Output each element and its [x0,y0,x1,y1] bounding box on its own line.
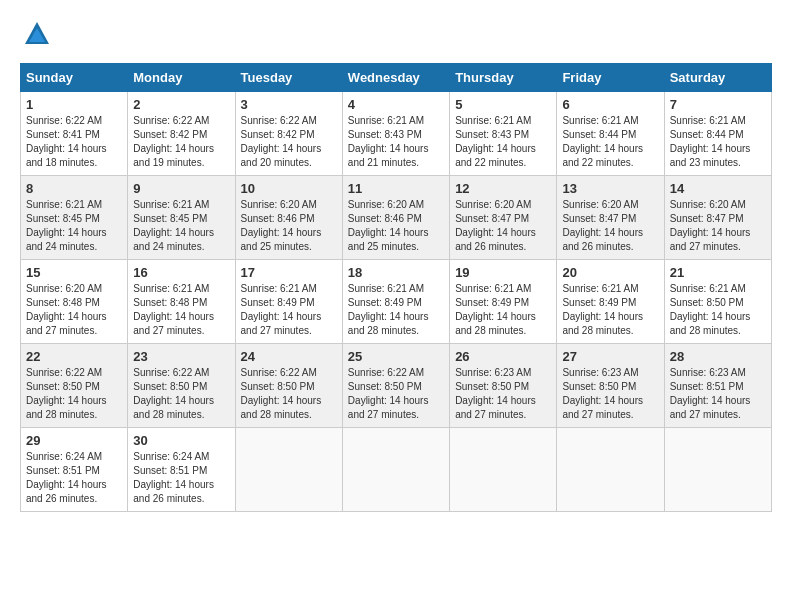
day-info: Sunrise: 6:22 AM Sunset: 8:50 PM Dayligh… [133,366,229,422]
day-info: Sunrise: 6:24 AM Sunset: 8:51 PM Dayligh… [26,450,122,506]
day-header-sunday: Sunday [21,64,128,92]
calendar-day-cell: 26Sunrise: 6:23 AM Sunset: 8:50 PM Dayli… [450,344,557,428]
calendar-day-cell: 14Sunrise: 6:20 AM Sunset: 8:47 PM Dayli… [664,176,771,260]
calendar-week-row: 1Sunrise: 6:22 AM Sunset: 8:41 PM Daylig… [21,92,772,176]
day-info: Sunrise: 6:21 AM Sunset: 8:44 PM Dayligh… [562,114,658,170]
day-header-wednesday: Wednesday [342,64,449,92]
day-header-friday: Friday [557,64,664,92]
day-number: 20 [562,265,658,280]
day-info: Sunrise: 6:22 AM Sunset: 8:50 PM Dayligh… [348,366,444,422]
calendar-day-cell: 18Sunrise: 6:21 AM Sunset: 8:49 PM Dayli… [342,260,449,344]
day-number: 10 [241,181,337,196]
day-number: 6 [562,97,658,112]
calendar-day-cell: 24Sunrise: 6:22 AM Sunset: 8:50 PM Dayli… [235,344,342,428]
calendar-day-cell: 3Sunrise: 6:22 AM Sunset: 8:42 PM Daylig… [235,92,342,176]
day-number: 4 [348,97,444,112]
calendar-day-cell: 9Sunrise: 6:21 AM Sunset: 8:45 PM Daylig… [128,176,235,260]
day-number: 26 [455,349,551,364]
calendar-day-cell: 15Sunrise: 6:20 AM Sunset: 8:48 PM Dayli… [21,260,128,344]
day-number: 7 [670,97,766,112]
day-number: 22 [26,349,122,364]
day-info: Sunrise: 6:22 AM Sunset: 8:50 PM Dayligh… [241,366,337,422]
day-info: Sunrise: 6:22 AM Sunset: 8:50 PM Dayligh… [26,366,122,422]
calendar-day-cell: 25Sunrise: 6:22 AM Sunset: 8:50 PM Dayli… [342,344,449,428]
calendar-day-cell: 20Sunrise: 6:21 AM Sunset: 8:49 PM Dayli… [557,260,664,344]
day-info: Sunrise: 6:21 AM Sunset: 8:49 PM Dayligh… [562,282,658,338]
calendar-day-cell: 12Sunrise: 6:20 AM Sunset: 8:47 PM Dayli… [450,176,557,260]
day-number: 29 [26,433,122,448]
empty-cell [342,428,449,512]
day-info: Sunrise: 6:22 AM Sunset: 8:42 PM Dayligh… [133,114,229,170]
calendar-day-cell: 4Sunrise: 6:21 AM Sunset: 8:43 PM Daylig… [342,92,449,176]
day-info: Sunrise: 6:21 AM Sunset: 8:49 PM Dayligh… [241,282,337,338]
day-header-saturday: Saturday [664,64,771,92]
day-number: 18 [348,265,444,280]
day-number: 12 [455,181,551,196]
day-number: 11 [348,181,444,196]
calendar-day-cell: 21Sunrise: 6:21 AM Sunset: 8:50 PM Dayli… [664,260,771,344]
day-info: Sunrise: 6:23 AM Sunset: 8:50 PM Dayligh… [455,366,551,422]
calendar-day-cell: 19Sunrise: 6:21 AM Sunset: 8:49 PM Dayli… [450,260,557,344]
day-number: 25 [348,349,444,364]
calendar-day-cell: 1Sunrise: 6:22 AM Sunset: 8:41 PM Daylig… [21,92,128,176]
day-info: Sunrise: 6:20 AM Sunset: 8:47 PM Dayligh… [455,198,551,254]
day-number: 17 [241,265,337,280]
day-info: Sunrise: 6:21 AM Sunset: 8:48 PM Dayligh… [133,282,229,338]
day-header-thursday: Thursday [450,64,557,92]
calendar-table: SundayMondayTuesdayWednesdayThursdayFrid… [20,63,772,512]
day-number: 27 [562,349,658,364]
day-header-tuesday: Tuesday [235,64,342,92]
calendar-week-row: 22Sunrise: 6:22 AM Sunset: 8:50 PM Dayli… [21,344,772,428]
day-info: Sunrise: 6:23 AM Sunset: 8:50 PM Dayligh… [562,366,658,422]
calendar-day-cell: 29Sunrise: 6:24 AM Sunset: 8:51 PM Dayli… [21,428,128,512]
day-info: Sunrise: 6:20 AM Sunset: 8:48 PM Dayligh… [26,282,122,338]
day-number: 15 [26,265,122,280]
logo-icon [23,20,51,48]
calendar-day-cell: 13Sunrise: 6:20 AM Sunset: 8:47 PM Dayli… [557,176,664,260]
empty-cell [450,428,557,512]
calendar-week-row: 8Sunrise: 6:21 AM Sunset: 8:45 PM Daylig… [21,176,772,260]
day-number: 24 [241,349,337,364]
day-info: Sunrise: 6:24 AM Sunset: 8:51 PM Dayligh… [133,450,229,506]
day-info: Sunrise: 6:23 AM Sunset: 8:51 PM Dayligh… [670,366,766,422]
day-info: Sunrise: 6:21 AM Sunset: 8:43 PM Dayligh… [348,114,444,170]
day-header-monday: Monday [128,64,235,92]
day-info: Sunrise: 6:20 AM Sunset: 8:47 PM Dayligh… [562,198,658,254]
calendar-day-cell: 23Sunrise: 6:22 AM Sunset: 8:50 PM Dayli… [128,344,235,428]
day-info: Sunrise: 6:21 AM Sunset: 8:49 PM Dayligh… [455,282,551,338]
day-info: Sunrise: 6:20 AM Sunset: 8:47 PM Dayligh… [670,198,766,254]
calendar-day-cell: 10Sunrise: 6:20 AM Sunset: 8:46 PM Dayli… [235,176,342,260]
day-number: 19 [455,265,551,280]
day-number: 16 [133,265,229,280]
page-header [20,20,772,53]
day-info: Sunrise: 6:22 AM Sunset: 8:42 PM Dayligh… [241,114,337,170]
day-number: 8 [26,181,122,196]
empty-cell [557,428,664,512]
day-info: Sunrise: 6:21 AM Sunset: 8:50 PM Dayligh… [670,282,766,338]
day-info: Sunrise: 6:21 AM Sunset: 8:49 PM Dayligh… [348,282,444,338]
day-number: 13 [562,181,658,196]
day-number: 9 [133,181,229,196]
calendar-day-cell: 8Sunrise: 6:21 AM Sunset: 8:45 PM Daylig… [21,176,128,260]
calendar-day-cell: 7Sunrise: 6:21 AM Sunset: 8:44 PM Daylig… [664,92,771,176]
day-info: Sunrise: 6:21 AM Sunset: 8:44 PM Dayligh… [670,114,766,170]
empty-cell [235,428,342,512]
day-info: Sunrise: 6:21 AM Sunset: 8:45 PM Dayligh… [26,198,122,254]
calendar-day-cell: 5Sunrise: 6:21 AM Sunset: 8:43 PM Daylig… [450,92,557,176]
calendar-header-row: SundayMondayTuesdayWednesdayThursdayFrid… [21,64,772,92]
day-number: 1 [26,97,122,112]
day-info: Sunrise: 6:20 AM Sunset: 8:46 PM Dayligh… [241,198,337,254]
calendar-day-cell: 6Sunrise: 6:21 AM Sunset: 8:44 PM Daylig… [557,92,664,176]
calendar-week-row: 15Sunrise: 6:20 AM Sunset: 8:48 PM Dayli… [21,260,772,344]
day-number: 28 [670,349,766,364]
day-info: Sunrise: 6:20 AM Sunset: 8:46 PM Dayligh… [348,198,444,254]
calendar-day-cell: 11Sunrise: 6:20 AM Sunset: 8:46 PM Dayli… [342,176,449,260]
calendar-day-cell: 28Sunrise: 6:23 AM Sunset: 8:51 PM Dayli… [664,344,771,428]
day-number: 3 [241,97,337,112]
empty-cell [664,428,771,512]
day-info: Sunrise: 6:22 AM Sunset: 8:41 PM Dayligh… [26,114,122,170]
day-number: 5 [455,97,551,112]
calendar-day-cell: 30Sunrise: 6:24 AM Sunset: 8:51 PM Dayli… [128,428,235,512]
day-number: 30 [133,433,229,448]
day-number: 21 [670,265,766,280]
